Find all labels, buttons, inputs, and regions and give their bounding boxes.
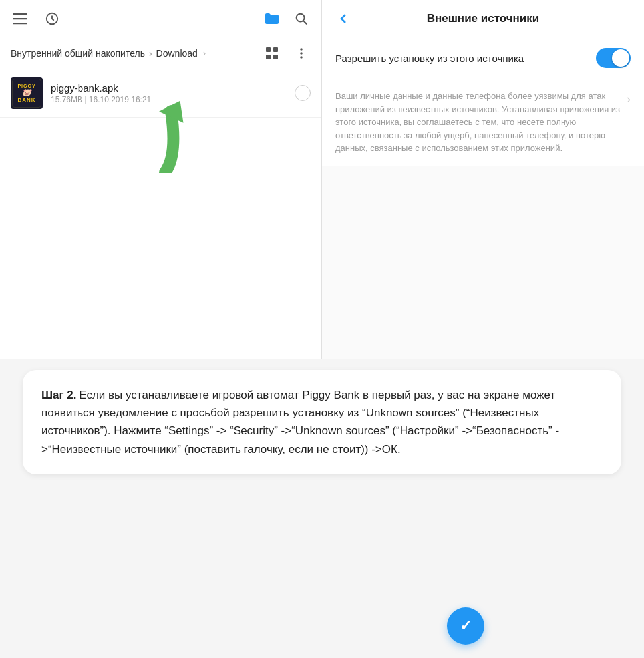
svg-rect-9	[273, 55, 278, 59]
file-icon: PIGGY 🐷 BANK	[11, 77, 43, 109]
allow-install-label: Разрешить установку из этого источника	[335, 51, 596, 65]
svg-rect-1	[13, 18, 27, 19]
warning-row: Ваши личные данные и данные телефона бол…	[322, 79, 644, 166]
more-options-icon[interactable]	[292, 44, 311, 63]
svg-point-11	[300, 52, 303, 55]
grid-view-icon[interactable]	[263, 44, 281, 63]
fab-button[interactable]: ✓	[447, 607, 484, 645]
history-icon[interactable]	[43, 9, 61, 28]
instruction-section: Шаг 2. Если вы устанавливаете игровой ав…	[0, 359, 644, 658]
fab-icon: ✓	[460, 617, 472, 635]
settings-panel: Внешние источники Разрешить установку из…	[322, 0, 644, 359]
file-item[interactable]: PIGGY 🐷 BANK piggy-bank.apk 15.76MB | 16…	[0, 69, 321, 118]
instruction-bubble: Шаг 2. Если вы устанавливаете игровой ав…	[23, 370, 621, 474]
allow-install-row[interactable]: Разрешить установку из этого источника	[322, 37, 644, 79]
svg-point-4	[297, 13, 305, 21]
instruction-body: Если вы устанавливаете игровой автомат P…	[41, 389, 559, 456]
folder-icon[interactable]	[263, 9, 281, 28]
menu-icon[interactable]	[11, 9, 29, 28]
file-manager-panel: Внутренний общий накопитель › Download ›	[0, 0, 322, 359]
back-button[interactable]	[333, 8, 354, 29]
file-info: piggy-bank.apk 15.76MB | 16.10.2019 16:2…	[51, 82, 295, 104]
breadcrumb-icons	[263, 44, 311, 63]
instruction-text: Шаг 2. Если вы устанавливаете игровой ав…	[41, 386, 603, 458]
toggle-switch[interactable]	[596, 48, 631, 68]
breadcrumb-root[interactable]: Внутренний общий накопитель	[11, 48, 145, 59]
svg-point-12	[300, 56, 303, 59]
breadcrumb: Внутренний общий накопитель › Download ›	[0, 37, 321, 69]
toggle-knob	[612, 49, 629, 67]
svg-rect-8	[266, 55, 271, 59]
svg-rect-0	[13, 13, 27, 15]
svg-line-5	[303, 21, 307, 24]
file-name: piggy-bank.apk	[51, 82, 295, 94]
svg-rect-6	[266, 47, 271, 52]
toolbar-left	[11, 9, 61, 28]
file-toolbar	[0, 0, 321, 37]
step-label: Шаг 2.	[41, 389, 77, 401]
svg-point-10	[300, 48, 303, 51]
file-checkbox[interactable]	[295, 85, 311, 101]
breadcrumb-separator: ›	[149, 48, 152, 59]
settings-title: Внешние источники	[359, 12, 607, 25]
search-icon[interactable]	[292, 9, 311, 28]
settings-content: Разрешить установку из этого источника В…	[322, 37, 644, 359]
warning-chevron-icon[interactable]: ›	[627, 92, 631, 106]
breadcrumb-chevron: ›	[203, 49, 206, 58]
fab-container: ✓	[447, 607, 484, 645]
svg-rect-7	[273, 47, 278, 52]
file-list: PIGGY 🐷 BANK piggy-bank.apk 15.76MB | 16…	[0, 69, 321, 359]
svg-rect-2	[13, 23, 27, 24]
toolbar-right	[263, 9, 311, 28]
breadcrumb-current[interactable]: Download	[156, 48, 198, 59]
settings-toolbar: Внешние источники	[322, 0, 644, 37]
warning-text: Ваши личные данные и данные телефона бол…	[335, 90, 621, 155]
file-meta: 15.76MB | 16.10.2019 16:21	[51, 95, 295, 104]
file-size: 15.76MB	[51, 95, 82, 104]
file-date: 16.10.2019 16:21	[89, 95, 151, 104]
